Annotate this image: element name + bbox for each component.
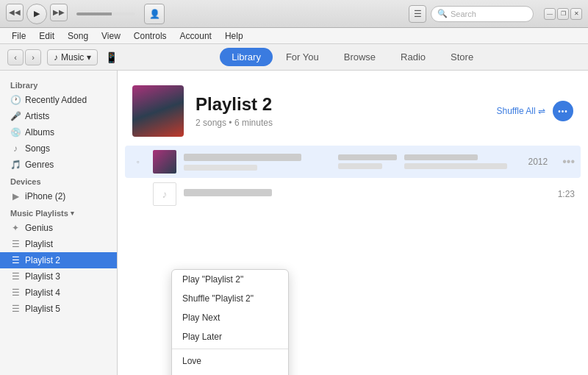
playlist3-icon: ☰ xyxy=(10,271,21,282)
track-row[interactable]: ♪ 1:23 xyxy=(125,178,581,210)
playlist-header: Playlist 2 2 songs • 6 minutes Shuffle A… xyxy=(118,71,588,146)
ctx-dislike[interactable]: Dislike xyxy=(172,371,288,375)
menu-view[interactable]: View xyxy=(96,29,126,43)
track-right-bar1 xyxy=(404,154,478,160)
sidebar-item-recently-added[interactable]: 🕐 Recently Added xyxy=(0,92,117,108)
track-right-bars xyxy=(404,154,507,169)
music-selector[interactable]: ♪ Music ▾ xyxy=(47,49,98,65)
menu-song[interactable]: Song xyxy=(62,29,94,43)
playlist-actions: Shuffle All ⇌ ••• xyxy=(497,101,574,121)
sidebar-item-iphone[interactable]: ▶ iPhone (2) xyxy=(0,188,117,204)
sidebar-label-playlist2: Playlist 2 xyxy=(25,255,60,265)
playlist5-icon: ☰ xyxy=(10,304,21,314)
menu-controls[interactable]: Controls xyxy=(128,29,173,43)
nav-tabs: Library For You Browse Radio Store xyxy=(124,48,581,66)
fast-forward-button[interactable]: ▶▶ xyxy=(50,4,68,21)
track-info xyxy=(184,189,359,200)
sidebar-item-playlist[interactable]: ☰ Playlist xyxy=(0,236,117,252)
context-menu: Play "Playlist 2" Shuffle "Playlist 2" P… xyxy=(171,269,289,375)
playlist4-icon: ☰ xyxy=(10,288,21,298)
menu-edit[interactable]: Edit xyxy=(33,29,60,43)
rewind-button[interactable]: ◀◀ xyxy=(6,4,24,21)
shuffle-button[interactable]: Shuffle All ⇌ xyxy=(497,106,546,116)
playlist-title: Playlist 2 xyxy=(196,94,485,115)
track-artwork-empty: ♪ xyxy=(153,182,176,206)
sidebar-label-playlist4: Playlist 4 xyxy=(25,288,60,298)
search-placeholder: Search xyxy=(451,10,476,18)
sidebar-item-playlist5[interactable]: ☰ Playlist 5 xyxy=(0,301,117,317)
close-button[interactable]: ✕ xyxy=(570,8,582,20)
sidebar-label-playlist: Playlist xyxy=(25,239,53,249)
menu-help[interactable]: Help xyxy=(219,29,249,43)
tab-for-you[interactable]: For You xyxy=(274,48,331,66)
transport-controls: ◀◀ ▶ ▶▶ xyxy=(6,4,68,24)
sidebar-item-playlist4[interactable]: ☰ Playlist 4 xyxy=(0,285,117,301)
user-icon[interactable]: 👤 xyxy=(144,4,165,24)
track-year: 2012 xyxy=(522,157,548,167)
device-icon[interactable]: 📱 xyxy=(104,50,118,65)
menu-file[interactable]: File xyxy=(6,29,32,43)
sidebar-item-songs[interactable]: ♪ Songs xyxy=(0,140,117,157)
search-box[interactable]: 🔍 Search xyxy=(431,6,534,22)
ctx-love[interactable]: Love xyxy=(172,351,288,371)
sidebar-label-genius: Genius xyxy=(25,223,53,233)
sidebar-label-playlist5: Playlist 5 xyxy=(25,304,60,314)
track-more-button[interactable]: ••• xyxy=(562,155,575,168)
ctx-play-playlist[interactable]: Play "Playlist 2" xyxy=(172,270,288,289)
forward-button[interactable]: › xyxy=(25,49,41,65)
shuffle-icon: ⇌ xyxy=(538,106,545,116)
track-name-bar xyxy=(184,189,272,196)
sidebar-label-artists: Artists xyxy=(25,111,49,121)
nav-arrows: ‹ › xyxy=(7,49,41,65)
sidebar-label-albums: Albums xyxy=(25,127,54,138)
sidebar-item-genres[interactable]: 🎵 Genres xyxy=(0,157,117,173)
sidebar-label-songs: Songs xyxy=(25,143,50,154)
back-button[interactable]: ‹ xyxy=(7,49,24,65)
menu-bar: File Edit Song View Controls Account Hel… xyxy=(0,28,588,44)
track-artist-bar xyxy=(184,165,257,171)
shuffle-label: Shuffle All xyxy=(497,106,536,116)
list-view-button[interactable]: ☰ xyxy=(409,5,426,23)
ctx-play-later[interactable]: Play Later xyxy=(172,327,288,346)
sidebar: Library 🕐 Recently Added 🎤 Artists 💿 Alb… xyxy=(0,71,118,375)
search-icon: 🔍 xyxy=(437,9,448,18)
playlist-art-inner xyxy=(132,85,184,137)
ctx-play-next[interactable]: Play Next xyxy=(172,308,288,327)
ctx-divider-1 xyxy=(172,349,288,349)
music-label: Music xyxy=(61,52,84,63)
sidebar-item-genius[interactable]: ✦ Genius xyxy=(0,220,117,236)
playlist-icon: ☰ xyxy=(10,239,21,249)
nav-bar: ‹ › ♪ Music ▾ 📱 Library For You Browse R… xyxy=(0,44,588,71)
chevron-playlists-icon: ▾ xyxy=(71,210,74,217)
content-area: Playlist 2 2 songs • 6 minutes Shuffle A… xyxy=(118,71,588,375)
sidebar-label-iphone: iPhone (2) xyxy=(25,191,65,201)
sidebar-label-recently-added: Recently Added xyxy=(25,95,87,105)
tab-store[interactable]: Store xyxy=(439,48,485,66)
volume-slider[interactable] xyxy=(76,12,135,15)
track-list: ◦ 2012 ••• xyxy=(118,146,588,210)
tab-radio[interactable]: Radio xyxy=(389,48,437,66)
playlist2-icon: ☰ xyxy=(10,255,21,265)
track-duration: 1:23 xyxy=(549,189,575,199)
track-row[interactable]: ◦ 2012 ••• xyxy=(125,146,581,178)
tab-browse[interactable]: Browse xyxy=(332,48,387,66)
mic-icon: 🎤 xyxy=(10,111,21,121)
more-button[interactable]: ••• xyxy=(553,101,573,121)
sidebar-item-playlist3[interactable]: ☰ Playlist 3 xyxy=(0,268,117,285)
track-detail-bar2 xyxy=(338,163,382,169)
sidebar-item-albums[interactable]: 💿 Albums xyxy=(0,124,117,140)
minimize-button[interactable]: — xyxy=(544,8,556,20)
playlist-meta: 2 songs • 6 minutes xyxy=(196,118,485,128)
play-button[interactable]: ▶ xyxy=(26,4,47,24)
sidebar-item-playlist2[interactable]: ☰ Playlist 2 xyxy=(0,252,117,268)
window-buttons: — ❐ ✕ xyxy=(544,8,582,20)
ctx-shuffle-playlist[interactable]: Shuffle "Playlist 2" xyxy=(172,289,288,308)
clock-icon: 🕐 xyxy=(10,95,21,105)
sidebar-label-playlist3: Playlist 3 xyxy=(25,271,60,282)
menu-account[interactable]: Account xyxy=(174,29,218,43)
sidebar-item-artists[interactable]: 🎤 Artists xyxy=(0,108,117,124)
track-middle xyxy=(338,154,397,169)
genius-icon: ✦ xyxy=(10,223,21,233)
tab-library[interactable]: Library xyxy=(220,48,273,66)
maximize-button[interactable]: ❐ xyxy=(557,8,569,20)
